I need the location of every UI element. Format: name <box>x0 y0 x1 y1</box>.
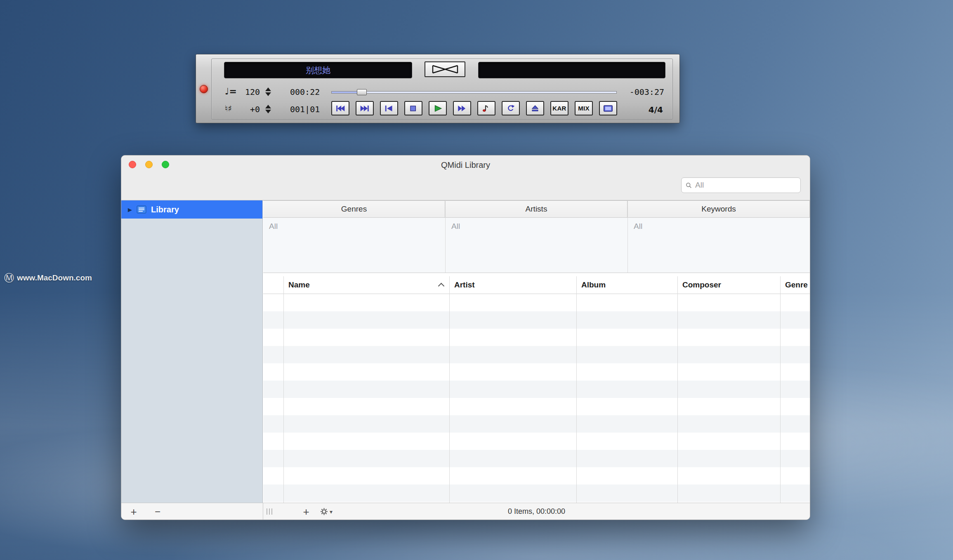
table-header-name-label: Name <box>288 280 310 289</box>
table-header-artist-label: Artist <box>454 280 475 289</box>
eject-icon <box>530 104 540 113</box>
sidebar-item-library[interactable]: ▶ Library <box>121 200 262 219</box>
remove-playlist-button[interactable]: − <box>151 503 164 520</box>
titlebar: QMidi Library <box>121 155 810 200</box>
qmidi-library-window: QMidi Library ▶ Library <box>121 155 810 520</box>
browser-item-all[interactable]: All <box>628 218 810 231</box>
position-slider[interactable] <box>331 89 617 95</box>
table-header-album-label: Album <box>581 280 606 289</box>
loop-button[interactable] <box>502 101 520 115</box>
table-header-composer-label: Composer <box>682 280 721 289</box>
mix-button[interactable]: MIX <box>575 101 593 115</box>
library-icon <box>136 205 147 214</box>
lyrics-display-icon <box>603 104 613 113</box>
desktop: Ⓜ www.MacDown.com 别想她 ♩= 120 000:22 -003… <box>0 0 953 560</box>
transpose-icon: ♮♯ <box>225 104 232 113</box>
loop-icon <box>505 104 516 113</box>
column-divider[interactable] <box>449 276 450 503</box>
sidebar-item-label: Library <box>151 205 179 214</box>
play-button[interactable] <box>429 101 447 115</box>
song-title-display: 别想她 <box>224 62 412 78</box>
next-song-icon <box>359 104 370 113</box>
browser-column-artists: Artists All <box>446 200 628 273</box>
column-divider <box>283 276 284 503</box>
slider-fill <box>332 92 359 93</box>
skip-to-start-icon <box>384 104 394 113</box>
sidebar: ▶ Library <box>121 200 263 503</box>
eject-button[interactable] <box>526 101 544 115</box>
browser-column-keywords: Keywords All <box>628 200 810 273</box>
measure-display: 001|01 <box>290 104 320 115</box>
tempo-stepper[interactable] <box>264 86 272 97</box>
browser-item-all[interactable]: All <box>446 218 627 231</box>
play-icon <box>432 104 443 113</box>
qmidi-player-window: 别想她 ♩= 120 000:22 -003:27 ♮♯ +0 001|01 <box>196 54 680 123</box>
lyrics-display-button[interactable] <box>599 101 617 115</box>
table-header-genre-label: Genre <box>785 280 808 289</box>
slider-thumb[interactable] <box>357 89 367 95</box>
fast-forward-icon <box>457 104 467 113</box>
slider-track <box>331 91 617 94</box>
browser-header-genres: Genres <box>263 200 445 218</box>
elapsed-time: 000:22 <box>290 87 320 97</box>
tempo-note-icon: ♩= <box>225 86 237 96</box>
stop-button[interactable] <box>404 101 422 115</box>
column-divider[interactable] <box>576 276 577 503</box>
table-header-artist[interactable]: Artist <box>449 276 576 294</box>
table-header-composer[interactable]: Composer <box>677 276 780 294</box>
crossfade-button[interactable] <box>425 61 465 77</box>
bottom-bar: + − + ▾ 0 Items, 00:00:00 <box>121 503 810 520</box>
track-list-empty <box>263 294 810 503</box>
window-title: QMidi Library <box>121 160 810 170</box>
library-content: Genres All Artists All Keywords All Name <box>263 200 810 503</box>
disclosure-triangle-icon[interactable]: ▶ <box>128 207 132 212</box>
record-button[interactable] <box>477 101 495 115</box>
watermark: Ⓜ www.MacDown.com <box>4 273 92 283</box>
table-header: Name Artist Album Composer Genre <box>263 276 810 294</box>
crossfade-bowtie-icon <box>432 64 459 74</box>
sort-ascending-icon <box>438 283 445 289</box>
column-divider[interactable] <box>780 276 781 503</box>
table-header-name[interactable]: Name <box>283 276 449 294</box>
transpose-stepper[interactable] <box>264 104 272 114</box>
watermark-text: www.MacDown.com <box>17 273 92 282</box>
kar-button[interactable]: KAR <box>550 101 568 115</box>
search-input[interactable] <box>695 181 796 190</box>
browser-header-keywords: Keywords <box>628 200 810 218</box>
status-text: 0 Items, 00:00:00 <box>263 503 810 520</box>
song-title-text: 别想她 <box>306 65 330 76</box>
stop-icon <box>408 104 419 113</box>
record-note-icon <box>481 104 492 113</box>
column-divider[interactable] <box>677 276 678 503</box>
remaining-time: -003:27 <box>630 87 664 97</box>
column-browser: Genres All Artists All Keywords All <box>263 200 810 273</box>
browser-header-artists: Artists <box>446 200 627 218</box>
next-song-button[interactable] <box>356 101 374 115</box>
transpose-value: +0 <box>238 104 260 115</box>
secondary-display <box>478 62 665 78</box>
previous-song-icon <box>335 104 346 113</box>
browser-item-all[interactable]: All <box>263 218 445 231</box>
tempo-value: 120 <box>238 87 260 97</box>
transport-controls: KAR MIX <box>331 101 617 115</box>
add-playlist-button[interactable]: + <box>127 503 140 520</box>
macdown-logo-icon: Ⓜ <box>4 273 14 283</box>
previous-song-button[interactable] <box>331 101 349 115</box>
record-led-indicator <box>200 85 208 93</box>
time-signature: 4/4 <box>649 104 663 115</box>
browser-column-genres: Genres All <box>263 200 446 273</box>
table-header-status[interactable] <box>263 276 283 294</box>
table-header-genre[interactable]: Genre <box>780 276 810 294</box>
search-field[interactable] <box>681 177 801 193</box>
skip-to-start-button[interactable] <box>380 101 398 115</box>
search-icon <box>686 181 692 189</box>
fast-forward-button[interactable] <box>453 101 471 115</box>
table-header-album[interactable]: Album <box>576 276 677 294</box>
